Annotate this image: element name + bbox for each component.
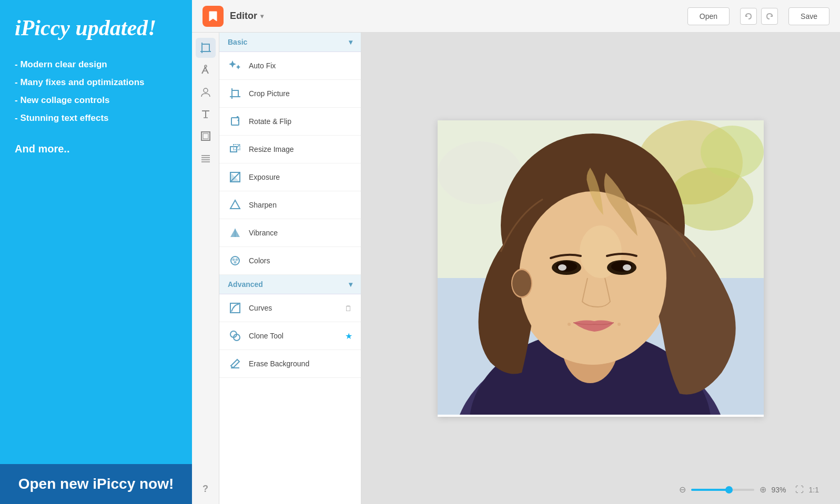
retouch-tool-icon <box>200 64 211 76</box>
text-tool-button[interactable] <box>196 104 216 124</box>
help-button[interactable]: ? <box>196 479 216 499</box>
toolbar-left: Editor ▾ <box>203 6 264 27</box>
rotate-svg-icon <box>229 115 241 128</box>
sharpen-item[interactable]: Sharpen <box>219 191 361 219</box>
text-tool-icon <box>200 108 211 120</box>
svg-point-4 <box>205 65 207 67</box>
portrait-tool-button[interactable] <box>196 82 216 102</box>
crop-picture-icon <box>228 86 242 101</box>
crop-picture-item[interactable]: Crop Picture <box>219 80 361 108</box>
zoom-fullscreen-icon[interactable]: ⛶ <box>795 485 804 495</box>
svg-rect-9 <box>201 132 210 140</box>
zoom-in-icon[interactable]: ⊕ <box>760 485 766 495</box>
resize-image-label: Resize Image <box>249 145 352 153</box>
svg-point-24 <box>232 259 235 261</box>
promo-list-item-3: - New collage controls <box>15 91 177 109</box>
frame-tool-button[interactable] <box>196 126 216 146</box>
texture-tool-icon <box>200 152 211 164</box>
vibrance-label: Vibrance <box>249 229 352 237</box>
zoom-ratio-label[interactable]: 1:1 <box>809 486 819 494</box>
curves-clipboard-icon: 🗒 <box>345 304 352 313</box>
auto-fix-item[interactable]: Auto Fix <box>219 52 361 80</box>
resize-image-icon <box>228 142 242 157</box>
erase-background-item[interactable]: Erase Background <box>219 350 361 378</box>
advanced-section-header[interactable]: Advanced ▾ <box>219 275 361 294</box>
svg-point-26 <box>234 261 237 264</box>
rotate-flip-item[interactable]: Rotate & Flip <box>219 108 361 136</box>
tool-panel: Basic ▾ Auto Fix <box>219 33 361 504</box>
basic-chevron-icon: ▾ <box>349 38 352 46</box>
auto-fix-label: Auto Fix <box>249 61 352 70</box>
svg-rect-15 <box>232 90 238 97</box>
editor-title-button[interactable]: Editor ▾ <box>230 11 264 22</box>
svg-rect-18 <box>231 118 239 125</box>
colors-icon <box>228 253 242 268</box>
colors-label: Colors <box>249 256 352 265</box>
zoom-slider-fill <box>691 489 729 491</box>
retouch-tool-button[interactable] <box>196 60 216 80</box>
exposure-svg-icon <box>229 171 241 183</box>
clone-tool-icon <box>228 328 242 343</box>
undo-redo-group <box>740 8 778 25</box>
vibrance-item[interactable]: Vibrance <box>219 219 361 247</box>
editor-body: ? Basic ▾ Auto Fix <box>192 33 840 504</box>
exposure-icon <box>228 170 242 184</box>
clone-star-icon: ★ <box>345 331 352 341</box>
svg-rect-0 <box>202 44 209 52</box>
curves-icon <box>228 301 242 315</box>
undo-icon <box>744 12 753 20</box>
promo-list-item-2: - Many fixes and optimizations <box>15 74 177 91</box>
svg-point-23 <box>231 256 239 265</box>
clone-tool-label: Clone Tool <box>249 332 339 340</box>
toolbar-center: Open Save <box>264 7 829 25</box>
open-button[interactable]: Open <box>687 7 730 25</box>
save-button[interactable]: Save <box>788 7 829 25</box>
editor-area: Editor ▾ Open <box>192 0 840 504</box>
promo-title: iPiccy updated! <box>15 16 177 40</box>
rotate-flip-icon <box>228 114 242 129</box>
crop-svg-icon <box>229 87 241 100</box>
advanced-chevron-icon: ▾ <box>349 280 352 289</box>
svg-point-36 <box>701 126 764 178</box>
svg-rect-10 <box>203 133 208 139</box>
promo-cta-button[interactable]: Open new iPiccy now! <box>0 464 192 504</box>
svg-point-52 <box>618 323 621 326</box>
colors-svg-icon <box>229 254 241 267</box>
vibrance-icon <box>228 225 242 240</box>
promo-list: - Modern clear design - Many fixes and o… <box>15 56 177 127</box>
curves-label: Curves <box>249 304 338 312</box>
zoom-out-icon[interactable]: ⊖ <box>679 485 686 495</box>
svg-point-49 <box>558 264 566 271</box>
basic-section-header[interactable]: Basic ▾ <box>219 33 361 52</box>
sharpen-svg-icon <box>229 199 241 211</box>
redo-button[interactable] <box>761 8 778 25</box>
curves-svg-icon <box>229 302 241 314</box>
top-bar: Editor ▾ Open <box>192 0 840 33</box>
erase-svg-icon <box>229 357 241 370</box>
crop-tool-button[interactable] <box>196 38 216 58</box>
canvas-container <box>438 120 764 417</box>
app-icon[interactable] <box>203 6 224 27</box>
redo-icon <box>765 12 774 20</box>
clone-tool-item[interactable]: Clone Tool ★ <box>219 322 361 350</box>
advanced-section-label: Advanced <box>228 280 263 289</box>
rotate-flip-label: Rotate & Flip <box>249 117 352 126</box>
resize-image-item[interactable]: Resize Image <box>219 136 361 163</box>
promo-list-item-4: - Stunning text effects <box>15 109 177 127</box>
svg-point-43 <box>519 191 666 365</box>
exposure-item[interactable]: Exposure <box>219 163 361 191</box>
curves-item[interactable]: Curves 🗒 <box>219 294 361 322</box>
colors-item[interactable]: Colors <box>219 247 361 275</box>
promo-panel: iPiccy updated! - Modern clear design - … <box>0 0 192 504</box>
resize-svg-icon <box>229 143 241 156</box>
canvas-area: ⊖ ⊕ 93% ⛶ 1:1 <box>361 33 840 504</box>
sharpen-label: Sharpen <box>249 201 352 209</box>
zoom-slider-thumb[interactable] <box>725 486 733 493</box>
svg-point-25 <box>236 259 238 261</box>
svg-marker-30 <box>231 359 239 368</box>
zoom-slider[interactable] <box>691 489 754 491</box>
texture-tool-button[interactable] <box>196 148 216 168</box>
undo-button[interactable] <box>740 8 757 25</box>
crop-picture-label: Crop Picture <box>249 89 352 98</box>
promo-more: And more.. <box>15 143 177 155</box>
